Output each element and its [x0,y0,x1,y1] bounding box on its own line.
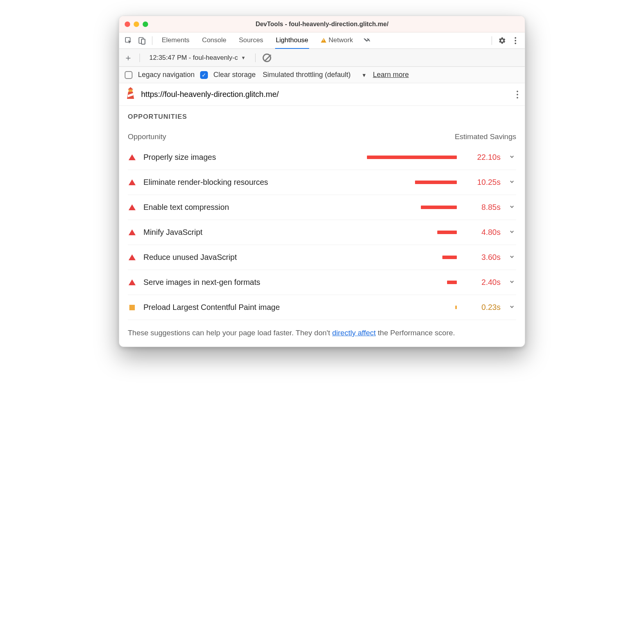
section-footnote: These suggestions can help your page loa… [128,329,516,337]
report-menu-icon[interactable] [516,90,519,99]
footnote-post: the Performance score. [376,329,455,337]
gear-icon[interactable] [497,35,508,46]
opportunity-label: Reduce unused JavaScript [143,253,284,262]
minimize-window-button[interactable] [134,21,139,27]
opportunity-row[interactable]: Eliminate render-blocking resources10.25… [128,170,516,195]
tab-label: Sources [239,36,263,44]
kebab-menu-icon[interactable] [510,35,521,46]
warning-icon [321,38,326,43]
divider [492,36,492,45]
divider [140,54,140,62]
fail-triangle-icon [128,179,136,185]
fail-triangle-icon [128,229,136,235]
footnote-link[interactable]: directly affect [332,329,376,337]
savings-bar [447,281,457,284]
svg-point-5 [515,40,516,41]
tab-label: Lighthouse [276,36,308,44]
columns-header: Opportunity Estimated Savings [128,132,516,141]
more-tabs-icon[interactable] [361,35,372,46]
tab-label: Elements [162,36,190,44]
col-opportunity: Opportunity [128,132,166,141]
report-url: https://foul-heavenly-direction.glitch.m… [141,90,511,99]
svg-point-6 [515,43,516,44]
window-controls [125,21,148,27]
device-toggle-icon[interactable] [136,35,147,46]
chevron-down-icon[interactable] [508,279,516,286]
chevron-down-icon[interactable] [508,304,516,311]
legacy-navigation-label: Legacy navigation [138,71,195,79]
throttling-label: Simulated throttling (default) [263,71,351,79]
svg-point-11 [517,91,518,92]
window-title: DevTools - foul-heavenly-direction.glitc… [119,21,525,28]
svg-point-13 [517,97,518,98]
titlebar: DevTools - foul-heavenly-direction.glitc… [119,16,525,32]
savings-value: 3.60s [465,253,501,262]
report-selector-label: 12:35:47 PM - foul-heavenly-c [149,54,238,62]
svg-rect-8 [129,89,132,92]
savings-bar-wrap [291,256,458,259]
opportunity-row[interactable]: Properly size images22.10s [128,145,516,170]
close-window-button[interactable] [125,21,130,27]
chevron-down-icon[interactable] [508,254,516,261]
fail-triangle-icon [128,254,136,260]
tab-label: Network [329,36,353,44]
savings-bar-wrap [291,281,458,284]
report-selector[interactable]: 12:35:47 PM - foul-heavenly-c ▼ [147,53,248,63]
clear-storage-checkbox[interactable]: ✓ [200,71,208,79]
tab-console[interactable]: Console [201,32,227,49]
tab-elements[interactable]: Elements [161,32,190,49]
chevron-down-icon[interactable] [508,229,516,236]
col-savings: Estimated Savings [455,132,516,141]
panel-tabs-row: ElementsConsoleSourcesLighthouseNetwork [119,32,525,49]
savings-bar [415,181,457,184]
panel-tabs: ElementsConsoleSourcesLighthouseNetwork [161,32,354,49]
learn-more-link[interactable]: Learn more [373,71,409,79]
new-report-button[interactable]: ＋ [124,52,132,64]
chevron-down-icon[interactable] [508,179,516,186]
opportunities-list: Properly size images22.10sEliminate rend… [128,145,516,320]
zoom-window-button[interactable] [143,21,148,27]
divider [255,54,256,62]
savings-bar [437,231,457,234]
devtools-window: DevTools - foul-heavenly-direction.glitc… [119,16,525,347]
tab-label: Console [202,36,226,44]
chevron-down-icon[interactable] [508,154,516,161]
opportunity-row[interactable]: Reduce unused JavaScript3.60s [128,245,516,270]
section-title: Opportunities [128,113,516,121]
legacy-navigation-checkbox[interactable] [125,71,132,79]
clear-icon[interactable] [263,54,271,62]
opportunity-label: Eliminate render-blocking resources [143,178,284,187]
opportunity-label: Properly size images [143,153,284,162]
report-url-row: https://foul-heavenly-direction.glitch.m… [119,83,525,106]
chevron-down-icon: ▼ [241,55,246,61]
tab-lighthouse[interactable]: Lighthouse [275,32,309,49]
svg-rect-2 [141,39,145,44]
opportunity-row[interactable]: Serve images in next-gen formats2.40s [128,270,516,295]
opportunity-row[interactable]: Preload Largest Contentful Paint image0.… [128,295,516,320]
opportunity-row[interactable]: Minify JavaScript4.80s [128,220,516,245]
savings-value: 10.25s [465,178,501,187]
inspect-icon[interactable] [123,35,134,46]
savings-bar [455,306,457,309]
opportunity-label: Minify JavaScript [143,228,284,237]
opportunities-section: Opportunities Opportunity Estimated Savi… [119,106,525,347]
tab-network[interactable]: Network [320,32,354,49]
savings-value: 0.23s [465,303,501,312]
average-square-icon [128,305,136,310]
opportunity-row[interactable]: Enable text compression8.85s [128,195,516,220]
throttling-dropdown[interactable]: ▼ [361,71,367,79]
svg-marker-7 [128,87,133,89]
savings-bar [367,156,457,159]
savings-bar-wrap [291,231,458,234]
lighthouse-options: Legacy navigation ✓ Clear storage Simula… [119,67,525,83]
divider [152,36,152,45]
savings-bar-wrap [291,206,458,209]
opportunity-label: Preload Largest Contentful Paint image [143,303,284,312]
tab-sources[interactable]: Sources [238,32,264,49]
savings-bar [442,256,457,259]
opportunity-label: Enable text compression [143,203,284,212]
fail-triangle-icon [128,279,136,285]
fail-triangle-icon [128,204,136,210]
savings-bar-wrap [291,306,458,309]
chevron-down-icon[interactable] [508,204,516,211]
